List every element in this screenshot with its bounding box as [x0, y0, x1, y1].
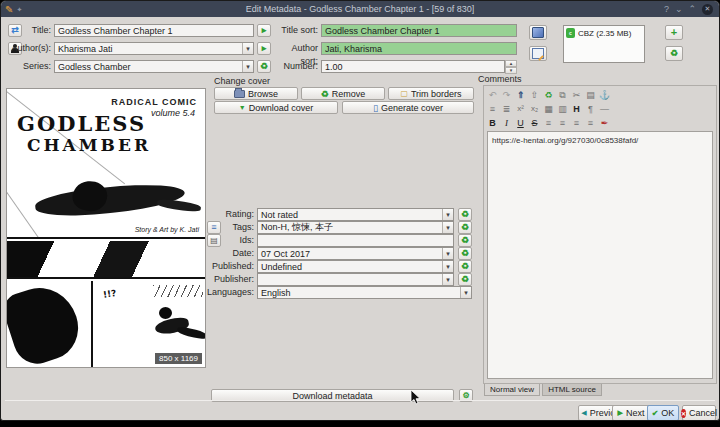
add-format-button[interactable]: +	[665, 25, 683, 40]
align-right-icon[interactable]: ≡	[571, 117, 582, 129]
authors-combo[interactable]: Kharisma Jati ▾	[54, 42, 254, 55]
formats-list[interactable]: c CBZ (2.35 MB)	[563, 25, 645, 63]
remove-label: Remove	[332, 89, 366, 99]
cover-speech-text: !!?	[102, 288, 117, 300]
window-title: Edit Metadata - Godless Chamber Chapter …	[121, 4, 599, 14]
help-window-button[interactable]: ?	[664, 5, 669, 14]
clear-date-button[interactable]: ♻	[458, 247, 472, 260]
series-number-stepper[interactable]: ▴ ▾	[505, 60, 517, 73]
series-dropdown-icon[interactable]: ▾	[242, 61, 253, 72]
languages-combo[interactable]: English ▾	[257, 286, 472, 299]
auto-title-sort-button[interactable]: ▸	[257, 24, 271, 37]
insert-table-icon[interactable]: ▥	[557, 103, 568, 115]
tags-combo[interactable]: Non-H, 惊悚, 本子 ▾	[257, 221, 454, 234]
heading-icon[interactable]: H	[571, 103, 582, 115]
align-justify-icon[interactable]: ≡	[585, 117, 596, 129]
rating-combo[interactable]: Not rated ▾	[257, 208, 454, 221]
clear-formatting-icon[interactable]: ♻	[543, 89, 554, 101]
strikethrough-icon[interactable]: S	[529, 117, 540, 129]
download-arrow-icon: ▼	[239, 104, 246, 111]
cover-title-line2: CHAMBER	[27, 135, 151, 155]
download-metadata-label: Download metadata	[292, 391, 372, 401]
underline-icon[interactable]: U	[515, 117, 526, 129]
title-sort-input[interactable]	[321, 24, 517, 37]
comments-editor[interactable]: https://e-hentai.org/g/927030/0c8538fafd…	[487, 131, 713, 379]
insert-link-icon[interactable]: ⚓	[599, 89, 610, 101]
subscript-icon[interactable]: x₂	[529, 103, 540, 115]
cover-credit-text: Story & Art by K. Jati	[135, 226, 199, 233]
rating-dropdown-icon[interactable]: ▾	[442, 209, 453, 220]
languages-dropdown-icon[interactable]: ▾	[460, 287, 471, 298]
remove-cover-button[interactable]: ♻ Remove	[301, 87, 385, 100]
clear-series-button[interactable]: ♻	[257, 60, 271, 73]
set-cover-from-format-button[interactable]	[529, 25, 547, 40]
copy-icon[interactable]: ⧉	[557, 89, 568, 101]
paste-icon: ▤	[210, 236, 218, 245]
superscript-icon[interactable]: x²	[515, 103, 526, 115]
published-dropdown-icon[interactable]: ▾	[442, 261, 453, 272]
undo-icon[interactable]: ↶	[487, 89, 498, 101]
text-color-icon[interactable]: ✒	[599, 117, 610, 129]
italic-icon[interactable]: I	[501, 117, 512, 129]
recycle-icon: ♻	[461, 249, 469, 258]
publisher-combo[interactable]: ▾	[257, 273, 454, 286]
clear-publisher-button[interactable]: ♻	[458, 273, 472, 286]
next-button[interactable]: ▶ Next	[612, 405, 650, 421]
series-number-input[interactable]	[321, 60, 505, 73]
tab-html-source[interactable]: HTML source	[542, 384, 602, 396]
download-cover-button[interactable]: ▼ Download cover	[214, 101, 338, 114]
clear-ids-button[interactable]: ♻	[458, 234, 472, 247]
series-combo[interactable]: Godless Chamber ▾	[54, 60, 254, 73]
insert-image-icon[interactable]: ▦	[543, 103, 554, 115]
ids-input[interactable]	[257, 234, 454, 247]
paste-identifier-button[interactable]: ▤	[207, 234, 221, 247]
published-picker[interactable]: Undefined ▾	[257, 260, 454, 273]
arrow-up-icon[interactable]: ⇑	[515, 89, 526, 101]
paste-icon[interactable]: ▤	[585, 89, 596, 101]
horizontal-rule-icon[interactable]: —	[599, 103, 610, 115]
bullet-list-icon[interactable]: ≡	[487, 103, 498, 115]
clear-published-button[interactable]: ♻	[458, 260, 472, 273]
authors-dropdown-icon[interactable]: ▾	[242, 43, 253, 54]
rating-value: Not rated	[258, 210, 442, 220]
clear-rating-button[interactable]: ♻	[458, 208, 472, 221]
open-tag-editor-button[interactable]: ≡	[207, 221, 221, 234]
maximize-window-button[interactable]: ⌃	[688, 5, 696, 14]
recycle-icon: ♻	[670, 49, 678, 58]
date-dropdown-icon[interactable]: ▾	[442, 248, 453, 259]
align-left-icon[interactable]: ≡	[543, 117, 554, 129]
browse-cover-button[interactable]: Browse	[214, 87, 298, 100]
align-center-icon[interactable]: ≡	[557, 117, 568, 129]
format-item-cbz[interactable]: c CBZ (2.35 MB)	[566, 28, 642, 38]
author-sort-input[interactable]	[321, 42, 517, 55]
spin-up-icon[interactable]: ▴	[505, 60, 517, 67]
clear-tags-button[interactable]: ♻	[458, 221, 472, 234]
cut-icon[interactable]: ✂	[571, 89, 582, 101]
generate-cover-button[interactable]: ▯ Generate cover	[342, 101, 474, 114]
publisher-dropdown-icon[interactable]: ▾	[442, 274, 453, 285]
pin-icon[interactable]: ✦	[16, 5, 22, 14]
title-input[interactable]	[54, 24, 254, 37]
titlebar: ✎ ✦ Edit Metadata - Godless Chamber Chap…	[1, 1, 719, 17]
tags-dropdown-icon[interactable]: ▾	[442, 222, 453, 233]
close-window-button[interactable]: ✕	[702, 4, 713, 15]
trim-borders-button[interactable]: ▢ Trim borders	[388, 87, 474, 100]
languages-label: Languages:	[181, 286, 254, 299]
publisher-label: Publisher:	[181, 273, 254, 286]
cancel-button[interactable]: ✕ Cancel	[682, 405, 716, 421]
gen-author-sort-icon: ▸	[262, 44, 267, 53]
ok-button[interactable]: ✔ OK	[647, 405, 679, 421]
cover-volume-text: volume 5.4	[151, 108, 195, 118]
tab-normal-view[interactable]: Normal view	[484, 384, 540, 396]
remove-format-button[interactable]: ♻	[665, 46, 683, 61]
date-picker[interactable]: 07 Oct 2017 ▾	[257, 247, 454, 260]
ordered-list-icon[interactable]: ≣	[501, 103, 512, 115]
date-label: Date:	[181, 247, 254, 260]
auto-author-sort-button[interactable]: ▸	[257, 42, 271, 55]
bold-icon[interactable]: B	[487, 117, 498, 129]
read-metadata-from-format-button[interactable]	[529, 46, 547, 61]
export-icon[interactable]: ⇧	[529, 89, 540, 101]
paragraph-style-icon[interactable]: ¶	[585, 103, 596, 115]
redo-icon[interactable]: ↷	[501, 89, 512, 101]
shade-window-button[interactable]: ⌄	[675, 5, 683, 14]
